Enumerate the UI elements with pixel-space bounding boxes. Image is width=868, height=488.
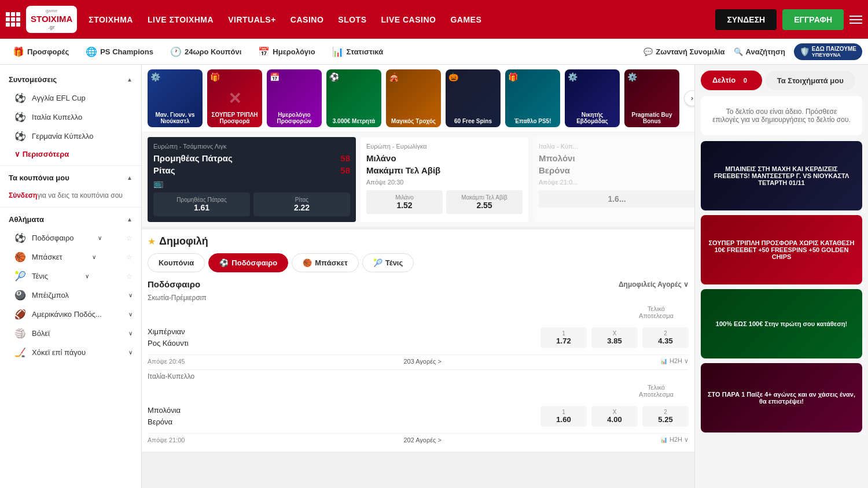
tab-football[interactable]: ⚽ Ποδόσφαιρο xyxy=(208,253,288,272)
nav-stoixima[interactable]: ΣΤΟΙΧΗΜΑ xyxy=(89,15,133,24)
sport-section-title: Ποδόσφαιρο Δημοφιλείς Αγορές ∨ xyxy=(148,279,689,289)
sidebar-item-football[interactable]: ⚽ Ποδόσφαιρο ∨ ☆ xyxy=(0,228,141,247)
promo-next-arrow[interactable]: › xyxy=(684,90,694,106)
promo-card-1[interactable]: 🎁 ΣΟΥΠΕΡ ΤΡΙΠΛΗ Προσφορά ✕ xyxy=(207,69,262,127)
promo-card-7[interactable]: ⚙️ Νικητής Εβδομάδας xyxy=(565,69,620,127)
odd-1-match0[interactable]: 1 1.72 xyxy=(540,327,587,348)
sidebar-item-volleyball[interactable]: 🏐 Βόλεϊ ∨ xyxy=(0,324,141,343)
betslip-tab-delta[interactable]: Δελτίο 0 xyxy=(701,71,762,90)
nav-virtuals[interactable]: VIRTUALS+ xyxy=(228,15,276,24)
right-panel: Δελτίο 0 Τα Στοιχήματά μου Το δελτίο σου… xyxy=(694,65,868,488)
star-icon: ★ xyxy=(148,236,156,247)
sidebar-item-italy-cup[interactable]: ⚽ Ιταλία Κυπελλο xyxy=(0,108,141,127)
odd-team1-0[interactable]: Προμηθέας Πάτρας 1.61 xyxy=(153,193,250,216)
h2h-button-0[interactable]: 📊 H2H ∨ xyxy=(660,357,689,365)
promo-card-8[interactable]: ⚙️ Pragmatic Buy Bonus xyxy=(624,69,679,127)
search-button[interactable]: 🔍 Αναζήτηση xyxy=(734,47,785,56)
match-team-row-2-0: Ρίτας 58 xyxy=(153,165,350,175)
sidebar-item-baseball[interactable]: 🎱 Μπέιζμπολ ∨ xyxy=(0,286,141,305)
sidebar-item-basketball[interactable]: 🏀 Μπάσκετ ∨ ☆ xyxy=(0,247,141,267)
sidebar-coupons-text: Σύνδεσηγια να δεις τα κουπόνια σου xyxy=(0,187,141,204)
odd-team1-1[interactable]: Μιλάνο 1.52 xyxy=(366,190,443,214)
football-icon: ⚽ xyxy=(14,112,26,123)
tennis-tab-icon: 🎾 xyxy=(373,258,382,267)
sidebar-item-germany-cup[interactable]: ⚽ Γερμανία Κύπελλο xyxy=(0,127,141,146)
hamburger-menu-icon[interactable] xyxy=(849,16,862,24)
nav-24hr-coupon[interactable]: 🕐 24ωρο Κουπόνι xyxy=(163,43,248,60)
odd-1-match1[interactable]: 1 1.60 xyxy=(540,406,587,427)
grid-menu-icon[interactable] xyxy=(6,12,20,27)
favorite-icon[interactable]: ☆ xyxy=(126,234,133,242)
result-header-1: Τελικό Αποτελεσμα xyxy=(633,384,679,398)
register-button[interactable]: ΕΓΓΡΑΦΗ xyxy=(782,9,844,30)
sidebar-item-england-efl[interactable]: ⚽ Αγγλία EFL Cup xyxy=(0,88,141,108)
match-team-row-2-1: Μακάμπι Τελ Αβίβ xyxy=(366,165,523,175)
match-team-row-1-1: Μιλάνο xyxy=(366,153,523,163)
promo-card-2[interactable]: 📅 Ημερολόγιο Προσφορών xyxy=(267,69,322,127)
odd-team2-0[interactable]: Ρίτας 2.22 xyxy=(253,193,350,216)
my-coupons-arrow-icon: ▲ xyxy=(127,175,133,181)
promo-card-icon-5: 🎃 xyxy=(448,72,458,82)
right-promo-2[interactable]: 100% ΕΩΣ 100€ Στην πρώτη σου κατάθεση! xyxy=(701,289,862,358)
favorite-icon[interactable]: ☆ xyxy=(126,253,133,261)
promo-card-6[interactable]: 🎁 Έπαθλο PS5! xyxy=(505,69,560,127)
odd-2-match0[interactable]: 2 4.35 xyxy=(642,327,689,348)
shortcuts-arrow-icon: ▲ xyxy=(127,76,133,83)
nav-calendar[interactable]: 📅 Ημερολόγιο xyxy=(251,43,322,60)
promo-card-0[interactable]: ⚙️ Μαν. Γιουν. vs Νιούκαστλ xyxy=(148,69,203,127)
american-football-icon: 🏈 xyxy=(14,309,26,320)
promo-card-5[interactable]: 🎃 60 Free Spins xyxy=(446,69,501,127)
nav-statistics[interactable]: 📊 Στατιστικά xyxy=(325,43,391,60)
tab-basketball[interactable]: 🏀 Μπάσκετ xyxy=(292,253,359,272)
match-time-2: Απόψε 21:0... xyxy=(539,179,694,186)
sidebar-item-american-football[interactable]: 🏈 Αμερικάνικο Ποδός... ∨ xyxy=(0,305,141,324)
nav-promotions[interactable]: 🎁 Προσφορές xyxy=(6,43,76,60)
tab-tennis[interactable]: 🎾 Τένις xyxy=(362,253,414,272)
shortcuts-header[interactable]: Συντομεύσεις ▲ xyxy=(0,71,141,88)
markets-dropdown[interactable]: Δημοφιλείς Αγορές ∨ xyxy=(619,280,689,289)
sidebar-item-tennis[interactable]: 🎾 Τένις ∨ ☆ xyxy=(0,267,141,286)
second-nav-right: 💬 Ζωντανή Συνομιλία 🔍 Αναζήτηση 🛡️ ΕΔΩ Π… xyxy=(643,43,862,60)
shortcuts-more-link[interactable]: ∨ Περισσότερα xyxy=(0,146,141,162)
nav-live[interactable]: LIVE ΣΤΟΙΧΗΜΑ xyxy=(148,15,214,24)
nav-games[interactable]: GAMES xyxy=(450,15,481,24)
promo-card-icon-8: ⚙️ xyxy=(627,72,637,82)
promo-card-4[interactable]: 🎪 Μαγικός Τροχός xyxy=(386,69,441,127)
odd-2-match1[interactable]: 2 5.25 xyxy=(642,406,689,427)
h2h-button-1[interactable]: 📊 H2H ∨ xyxy=(660,436,689,443)
nav-ps-champions[interactable]: 🌐 PS Champions xyxy=(79,43,160,60)
search-icon: 🔍 xyxy=(734,47,743,56)
login-button[interactable]: ΣΥΝΔΕΣΗ xyxy=(715,9,777,30)
responsible-gambling-badge[interactable]: 🛡️ ΕΔΩ ΠΑΙΖΟΥΜΕ ΥΠΕΥΘΥΝΑ xyxy=(794,43,862,60)
sidebar-item-ice-hockey[interactable]: 🏒 Χόκεϊ επί πάγου ∨ xyxy=(0,343,141,362)
betslip-tab-my-bets[interactable]: Τα Στοιχήματά μου xyxy=(766,71,855,90)
odd-team1-2[interactable]: 1.6... xyxy=(539,190,694,208)
promo-card-3[interactable]: ⚽ 3.000€ Μετρητά xyxy=(326,69,381,127)
live-chat-button[interactable]: 💬 Ζωντανή Συνομιλία xyxy=(643,47,724,56)
nav-casino[interactable]: CASINO xyxy=(290,15,323,24)
site-logo[interactable]: game STOIXIMA .gr xyxy=(26,6,77,32)
main-layout: Συντομεύσεις ▲ ⚽ Αγγλία EFL Cup ⚽ Ιταλία… xyxy=(0,65,868,488)
sidebar-login-link[interactable]: Σύνδεση xyxy=(9,191,37,199)
tab-coupons[interactable]: Κουπόνια xyxy=(148,253,205,272)
shortcuts-label: Συντομεύσεις xyxy=(9,75,57,84)
my-coupons-header[interactable]: Τα κουπόνια μου ▲ xyxy=(0,169,141,187)
right-promo-0[interactable]: ΜΠΑΙΝΕΙΣ ΣΤΗ ΜΑΧΗ ΚΑΙ ΚΕΡΔΙΖΕΙΣ FREEBETS… xyxy=(701,141,862,210)
badge-icon: 🛡️ xyxy=(800,47,810,56)
right-promo-3[interactable]: ΣΤΟ ΠΑΡΑ 1 Παίξε 4+ αγώνες και αν χάσεις… xyxy=(701,363,862,432)
stats-icon: 📊 xyxy=(332,46,344,57)
match-team-row-1-2: Μπολόνι xyxy=(539,153,694,163)
odd-x-match1[interactable]: X 4.00 xyxy=(591,406,638,427)
match-odds-1: 1 1.60 X 4.00 2 5.25 xyxy=(540,406,689,427)
athletics-header[interactable]: Αθλήματα ▲ xyxy=(0,210,141,228)
odd-team2-1[interactable]: Μακάμπι Τελ Αβίβ 2.55 xyxy=(446,190,523,214)
nav-slots[interactable]: SLOTS xyxy=(338,15,366,24)
markets-count-0[interactable]: 203 Αγορές > xyxy=(403,358,442,365)
odd-x-match0[interactable]: X 3.85 xyxy=(591,327,638,348)
match-league-0: Ευρώπη - Τσάμπιονς Λιγκ xyxy=(153,143,350,150)
match-card-upcoming-1: Ευρώπη - Ευρωλίγκα Μιλάνο Μακάμπι Τελ Αβ… xyxy=(361,137,528,222)
nav-live-casino[interactable]: LIVE CASINO xyxy=(381,15,436,24)
right-promo-1[interactable]: ΣΟΥΠΕΡ ΤΡΙΠΛΗ ΠΡΟΣΦΟΡΑ ΧΩΡΙΣ ΚΑΤΑΘΕΣΗ 10… xyxy=(701,215,862,284)
favorite-icon[interactable]: ☆ xyxy=(126,272,133,280)
markets-count-1[interactable]: 202 Αγορές > xyxy=(403,437,442,443)
